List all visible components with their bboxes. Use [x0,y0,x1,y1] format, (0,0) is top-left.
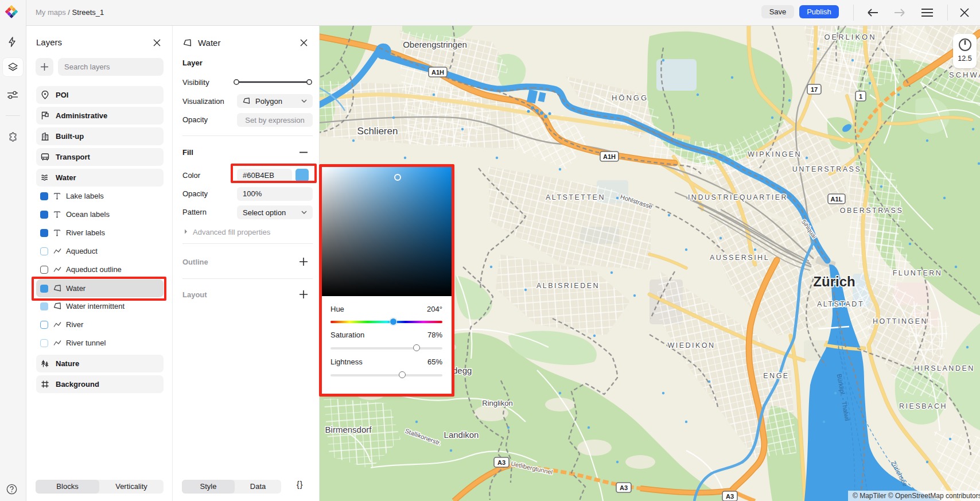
svg-text:Hohlstrasse: Hohlstrasse [620,193,654,210]
svg-text:AUSSERSIHL: AUSSERSIHL [710,254,769,262]
svg-text:ALTSTADT: ALTSTADT [817,300,864,308]
svg-text:OBERSTRASS: OBERSTRASS [840,207,903,215]
svg-text:Stallikonerstr.: Stallikonerstr. [404,427,442,446]
svg-text:1: 1 [859,93,862,100]
svg-text:FLUNTERN: FLUNTERN [893,269,943,277]
svg-text:HIRSLANDEN: HIRSLANDEN [914,364,975,372]
svg-text:SCHWAMENDINGEN: SCHWAMENDINGEN [949,71,980,79]
svg-text:Birmensdorf: Birmensdorf [325,425,372,434]
svg-text:ALTSTETTEN: ALTSTETTEN [546,193,605,201]
svg-text:Oberengstringen: Oberengstringen [403,40,467,49]
svg-text:HOTTINGEN: HOTTINGEN [873,317,928,325]
svg-text:A1H: A1H [431,69,444,76]
svg-text:Schlieren: Schlieren [357,126,398,137]
svg-text:INDUSTRIEQUARTIER: INDUSTRIEQUARTIER [688,193,788,201]
svg-text:Zürich: Zürich [813,274,855,289]
svg-text:RIESBACH: RIESBACH [899,402,947,410]
svg-text:Ringlikon: Ringlikon [482,399,512,407]
svg-text:Sihlquai: Sihlquai [800,218,818,239]
svg-text:17: 17 [811,86,818,93]
svg-text:ENGE: ENGE [763,372,789,380]
svg-text:HÖNGG: HÖNGG [612,94,648,102]
svg-text:A3: A3 [497,459,505,466]
svg-text:Bürklipl. - Thalwil: Bürklipl. - Thalwil [836,373,851,421]
svg-text:WIEDIKON: WIEDIKON [667,341,715,349]
svg-text:OERLIKON: OERLIKON [824,33,876,41]
svg-text:ALBISRIEDEN: ALBISRIEDEN [536,282,600,290]
svg-text:A3: A3 [620,484,628,491]
svg-text:A1L: A1L [831,196,843,203]
svg-text:A3: A3 [726,493,734,500]
svg-text:Landikon: Landikon [444,430,479,440]
svg-text:A1H: A1H [603,153,616,160]
svg-text:Uetlibergtunnel: Uetlibergtunnel [510,460,553,476]
svg-text:WIPKINGEN: WIPKINGEN [748,150,802,158]
svg-text:© MapTiler © OpenStreetMap con: © MapTiler © OpenStreetMap contributors [853,492,980,500]
svg-text:Zürichsee: Zürichsee [890,460,909,487]
svg-text:UNTERSTRASS: UNTERSTRASS [792,165,862,173]
